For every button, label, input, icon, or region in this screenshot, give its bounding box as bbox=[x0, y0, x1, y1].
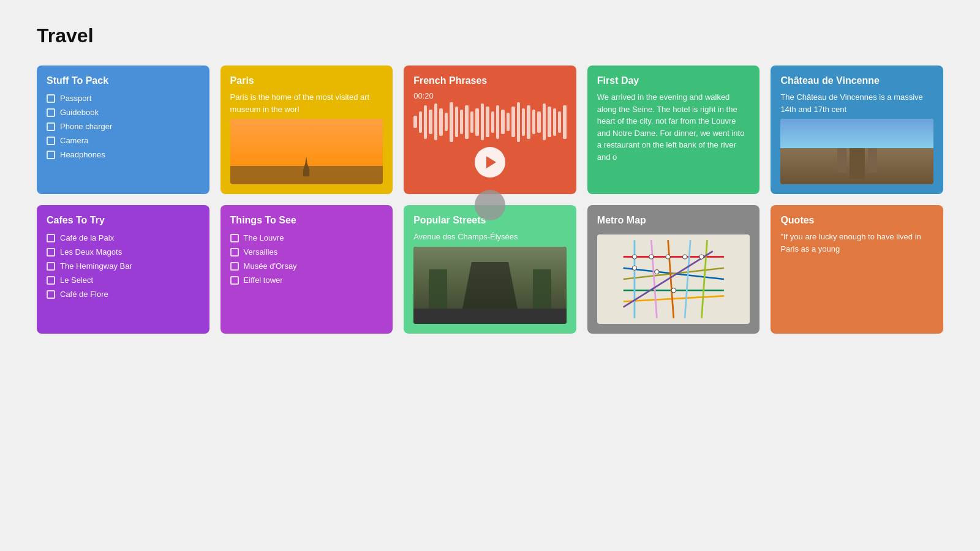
checklist-item[interactable]: Café de la Paix bbox=[47, 233, 200, 242]
card-popular-streets[interactable]: Popular StreetsAvenue des Champs-Élysées bbox=[404, 205, 576, 334]
svg-line-10 bbox=[651, 240, 657, 318]
svg-point-15 bbox=[632, 255, 636, 259]
card-title-cafes-to-try: Cafes To Try bbox=[47, 215, 200, 226]
card-quotes[interactable]: Quotes"If you are lucky enough to have l… bbox=[771, 205, 943, 334]
checkbox[interactable] bbox=[230, 234, 239, 242]
waveform-bar bbox=[553, 108, 556, 136]
drag-handle[interactable] bbox=[475, 190, 505, 220]
card-subtext-paris: Paris is the home of the most visited ar… bbox=[230, 91, 383, 115]
checkbox[interactable] bbox=[47, 108, 55, 117]
card-title-things-to-see: Things To See bbox=[230, 215, 383, 226]
street-image bbox=[413, 247, 567, 324]
page-title: Travel bbox=[37, 24, 943, 47]
waveform-bar bbox=[517, 102, 520, 142]
waveform-bar bbox=[486, 107, 489, 137]
metro-map-image bbox=[597, 234, 750, 324]
waveform-bar bbox=[481, 103, 484, 140]
waveform-bar bbox=[537, 111, 540, 133]
checklist-item[interactable]: Passport bbox=[47, 94, 200, 103]
checkbox[interactable] bbox=[47, 290, 55, 299]
checklist-item[interactable]: Le Select bbox=[47, 276, 200, 285]
svg-line-12 bbox=[685, 240, 690, 318]
checklist-item[interactable]: Guidebook bbox=[47, 108, 200, 117]
waveform-bar bbox=[558, 111, 561, 133]
card-stuff-to-pack[interactable]: Stuff To Pack Passport Guidebook Phone c… bbox=[37, 66, 209, 194]
waveform-bar bbox=[439, 108, 442, 136]
waveform-bar bbox=[543, 103, 546, 140]
card-title-french-phrases: French Phrases bbox=[413, 75, 567, 86]
checkbox[interactable] bbox=[47, 248, 55, 257]
checklist-item[interactable]: Headphones bbox=[47, 150, 200, 159]
checklist-item[interactable]: The Hemingway Bar bbox=[47, 261, 200, 271]
waveform bbox=[413, 107, 567, 137]
chateau-image bbox=[780, 119, 933, 184]
card-paris[interactable]: ParisParis is the home of the most visit… bbox=[221, 66, 393, 194]
waveform-bar bbox=[501, 110, 504, 134]
checkbox[interactable] bbox=[47, 122, 55, 131]
checklist-label: Musée d'Orsay bbox=[244, 261, 297, 271]
waveform-bar bbox=[496, 105, 499, 139]
waveform-bar bbox=[522, 108, 525, 136]
checklist-label: Les Deux Magots bbox=[60, 247, 122, 257]
waveform-bar bbox=[424, 105, 427, 139]
waveform-bar bbox=[465, 105, 468, 139]
card-subtext-chateau-de-vincenne: The Château de Vincennes is a massive 14… bbox=[780, 91, 933, 115]
svg-point-22 bbox=[671, 288, 676, 293]
waveform-bar bbox=[507, 113, 510, 131]
card-things-to-see[interactable]: Things To See The Louvre Versailles Musé… bbox=[221, 205, 393, 334]
play-button[interactable] bbox=[475, 147, 505, 178]
card-title-metro-map: Metro Map bbox=[597, 215, 750, 226]
checklist-item[interactable]: Eiffel tower bbox=[230, 276, 383, 285]
checklist-label: Camera bbox=[60, 136, 88, 145]
checklist-item[interactable]: Café de Flore bbox=[47, 290, 200, 299]
waveform-bar bbox=[455, 107, 458, 137]
card-first-day[interactable]: First DayWe arrived in the evening and w… bbox=[587, 66, 760, 194]
checkbox[interactable] bbox=[47, 234, 55, 242]
checklist-label: The Louvre bbox=[244, 233, 284, 242]
checklist-label: Passport bbox=[60, 94, 91, 103]
checklist-item[interactable]: The Louvre bbox=[230, 233, 383, 242]
waveform-bar bbox=[450, 102, 453, 142]
card-title-stuff-to-pack: Stuff To Pack bbox=[47, 75, 200, 86]
waveform-bar bbox=[532, 110, 535, 134]
waveform-bar bbox=[413, 116, 417, 128]
svg-point-19 bbox=[699, 255, 704, 259]
svg-point-17 bbox=[666, 255, 670, 259]
card-metro-map[interactable]: Metro Map bbox=[587, 205, 760, 334]
checklist-item[interactable]: Phone charger bbox=[47, 122, 200, 131]
svg-point-16 bbox=[649, 255, 653, 259]
checkbox[interactable] bbox=[47, 276, 55, 285]
waveform-bar bbox=[434, 103, 437, 140]
card-chateau-de-vincenne[interactable]: Château de VincenneThe Château de Vincen… bbox=[771, 66, 943, 194]
checklist-item[interactable]: Musée d'Orsay bbox=[230, 261, 383, 271]
checklist-item[interactable]: Versailles bbox=[230, 247, 383, 257]
checklist-label: Café de la Paix bbox=[60, 233, 114, 242]
checkbox[interactable] bbox=[47, 137, 55, 145]
audio-time: 00:20 bbox=[413, 91, 567, 100]
svg-point-18 bbox=[682, 255, 687, 259]
checklist-item[interactable]: Camera bbox=[47, 136, 200, 145]
card-subtext-popular-streets: Avenue des Champs-Élysées bbox=[413, 231, 567, 243]
waveform-bar bbox=[491, 111, 494, 133]
checkbox[interactable] bbox=[230, 276, 239, 285]
checklist-label: Le Select bbox=[60, 276, 93, 285]
waveform-bar bbox=[445, 113, 448, 131]
card-cafes-to-try[interactable]: Cafes To Try Café de la Paix Les Deux Ma… bbox=[37, 205, 209, 334]
svg-marker-0 bbox=[305, 156, 307, 165]
play-icon bbox=[486, 156, 496, 168]
waveform-bar bbox=[429, 110, 432, 134]
waveform-bar bbox=[470, 111, 473, 133]
checkbox[interactable] bbox=[230, 248, 239, 257]
card-french-phrases[interactable]: French Phrases00:20 bbox=[404, 66, 576, 194]
waveform-bar bbox=[419, 111, 422, 133]
checkbox[interactable] bbox=[47, 151, 55, 159]
checkbox[interactable] bbox=[47, 262, 55, 271]
card-grid: Stuff To Pack Passport Guidebook Phone c… bbox=[37, 66, 943, 334]
card-text-quotes: "If you are lucky enough to have lived i… bbox=[780, 231, 933, 255]
checklist-item[interactable]: Les Deux Magots bbox=[47, 247, 200, 257]
card-title-quotes: Quotes bbox=[780, 215, 933, 226]
checkbox[interactable] bbox=[230, 262, 239, 271]
checkbox[interactable] bbox=[47, 94, 55, 103]
waveform-bar bbox=[527, 105, 530, 139]
card-title-paris: Paris bbox=[230, 75, 383, 86]
